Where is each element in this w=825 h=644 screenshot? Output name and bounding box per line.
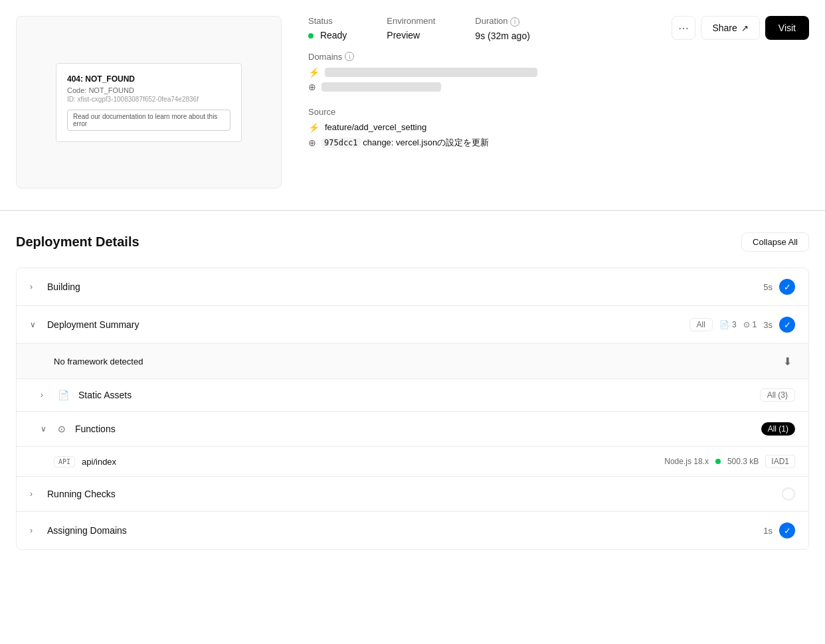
source-section: Source ⚡ feature/add_vercel_setting ⊕ 97…	[308, 107, 809, 153]
preview-image: 404: NOT_FOUND Code: NOT_FOUND ID: xfist…	[16, 16, 282, 189]
accordion-header-deployment-summary[interactable]: ∨ Deployment Summary All 📄 3 ⊙ 1 3s ✓	[17, 306, 808, 343]
file-icon: 📄	[719, 320, 729, 329]
accordion-item-deployment-summary: ∨ Deployment Summary All 📄 3 ⊙ 1 3s ✓	[17, 306, 808, 477]
accordion-header-assigning-domains[interactable]: › Assigning Domains 1s ✓	[17, 512, 808, 549]
domain-row-1: ⚡	[308, 67, 809, 78]
accordion-right-checks	[782, 487, 795, 501]
dd-header: Deployment Details Collapse All	[16, 232, 809, 252]
dd-title: Deployment Details	[16, 234, 139, 250]
chevron-domains: ›	[30, 526, 41, 535]
functions-badge: All (1)	[761, 422, 795, 436]
summary-title: Deployment Summary	[47, 319, 139, 330]
accordion-header-building[interactable]: › Building 5s ✓	[17, 268, 808, 305]
accordion-right-summary: All 📄 3 ⊙ 1 3s ✓	[689, 317, 795, 333]
api-region: IAD1	[765, 455, 795, 468]
static-assets-badge: All (3)	[760, 388, 795, 402]
environment-field: Environment Preview	[387, 16, 435, 41]
api-runtime: Node.js 18.x	[664, 457, 709, 466]
assigning-domains-check: ✓	[779, 523, 795, 538]
api-index-row: API api/index Node.js 18.x 500.3 kB IAD1	[17, 446, 808, 476]
duration-field: Duration i 9s (32m ago)	[475, 16, 529, 41]
preview-error-id: ID: xfist-cxgpf3-10083087f652-0fea74e283…	[67, 96, 230, 103]
chevron-static: ›	[41, 390, 51, 400]
summary-check: ✓	[779, 317, 795, 333]
api-index-left: API api/index	[54, 456, 116, 467]
chevron-building: ›	[30, 282, 41, 291]
api-badge: API	[54, 456, 75, 467]
environment-label: Environment	[387, 16, 435, 26]
status-value: Ready	[308, 30, 347, 40]
source-commit-row: ⊕ 975dcc1 change: vercel.jsonの設定を更新	[308, 137, 809, 149]
api-size: 500.3 kB	[727, 457, 759, 466]
accordion-item-building: › Building 5s ✓	[17, 268, 808, 306]
functions-header-row: ∨ ⊙ Functions All (1)	[17, 411, 808, 446]
api-status-dot	[715, 459, 721, 464]
building-duration: 5s	[763, 282, 773, 292]
no-framework-label: No framework detected	[54, 357, 143, 366]
source-branch: feature/add_vercel_setting	[325, 122, 426, 132]
duration-label: Duration i	[475, 16, 529, 27]
status-label: Status	[308, 16, 347, 26]
chevron-summary: ∨	[30, 320, 41, 329]
accordion-left-summary: ∨ Deployment Summary	[30, 319, 139, 330]
badge-file-count: 📄 3	[719, 320, 737, 329]
assigning-domains-duration: 1s	[763, 526, 773, 536]
api-index-right: Node.js 18.x 500.3 kB IAD1	[664, 455, 795, 468]
no-framework-row: No framework detected ⬇	[17, 343, 808, 378]
file-icon-static: 📄	[58, 390, 69, 400]
badge-func-count: ⊙ 1	[743, 320, 757, 329]
domain-blur-1	[325, 68, 537, 77]
domains-info-icon[interactable]: i	[345, 52, 354, 61]
domain-row-2: ⊕	[308, 82, 809, 92]
top-section: 404: NOT_FOUND Code: NOT_FOUND ID: xfist…	[0, 0, 825, 210]
api-index-label: api/index	[82, 457, 116, 467]
building-check: ✓	[779, 279, 795, 295]
share-icon: ↗	[741, 23, 749, 33]
domain-blur-2	[321, 82, 441, 92]
domains-section: Domains i ⚡ ⊕	[308, 52, 809, 96]
preview-error-link[interactable]: Read our documentation to learn more abo…	[67, 110, 230, 131]
status-dot	[308, 33, 314, 39]
share-button[interactable]: Share ↗	[701, 16, 759, 40]
duration-info-icon[interactable]: i	[510, 17, 519, 27]
meta-top: Status Ready Environment Preview Duratio…	[308, 16, 809, 41]
visit-button[interactable]: Visit	[765, 16, 809, 40]
source-label: Source	[308, 107, 809, 117]
accordion-right-domains: 1s ✓	[763, 523, 795, 538]
functions-accordion-header[interactable]: ∨ ⊙ Functions All (1)	[17, 412, 808, 446]
accordion-header-running-checks[interactable]: › Running Checks	[17, 477, 808, 511]
collapse-all-button[interactable]: Collapse All	[741, 232, 809, 252]
duration-value: 9s (32m ago)	[475, 31, 529, 41]
chevron-functions: ∨	[41, 424, 51, 434]
branch-icon-1: ⚡	[308, 67, 320, 78]
preview-error-title: 404: NOT_FOUND	[67, 74, 230, 84]
status-field: Status Ready	[308, 16, 347, 41]
meta-section: Status Ready Environment Preview Duratio…	[308, 16, 809, 189]
static-assets-title: Static Assets	[78, 390, 132, 400]
func-icon: ⊙	[743, 320, 750, 329]
badge-all: All	[689, 318, 713, 331]
deployment-details: Deployment Details Collapse All › Buildi…	[0, 211, 825, 550]
accordion-left-domains: › Assigning Domains	[30, 525, 127, 536]
accordion-right-building: 5s ✓	[763, 279, 795, 295]
static-assets-left: › 📄 Static Assets	[41, 390, 132, 400]
accordion-left-checks: › Running Checks	[30, 489, 116, 499]
assigning-domains-title: Assigning Domains	[47, 525, 127, 536]
source-commit: 975dcc1 change: vercel.jsonの設定を更新	[321, 137, 489, 149]
more-button[interactable]: ⋯	[672, 16, 695, 40]
summary-duration: 3s	[763, 320, 773, 330]
accordion-item-assigning-domains: › Assigning Domains 1s ✓	[17, 512, 808, 549]
preview-content: 404: NOT_FOUND Code: NOT_FOUND ID: xfist…	[56, 63, 242, 142]
branch-icon: ⚡	[308, 122, 320, 133]
source-branch-row: ⚡ feature/add_vercel_setting	[308, 122, 809, 133]
static-assets-row: › 📄 Static Assets All (3)	[17, 378, 808, 411]
commit-icon: ⊕	[308, 137, 316, 148]
download-icon[interactable]: ⬇	[779, 353, 795, 369]
preview-error-code: Code: NOT_FOUND	[67, 86, 230, 94]
running-checks-title: Running Checks	[47, 489, 116, 499]
accordion-item-running-checks: › Running Checks	[17, 477, 808, 512]
meta-fields: Status Ready Environment Preview Duratio…	[308, 16, 530, 41]
meta-actions: ⋯ Share ↗ Visit	[672, 16, 809, 40]
functions-title: Functions	[75, 424, 116, 434]
accordion-left-building: › Building	[30, 282, 80, 292]
